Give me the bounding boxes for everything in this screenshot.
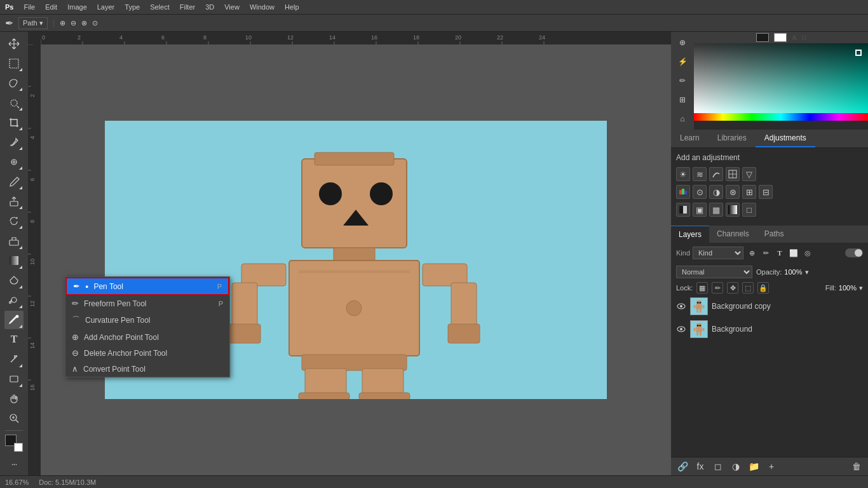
options-exclude-btn[interactable]: ⊙ <box>92 19 98 27</box>
lock-all-btn[interactable]: 🔒 <box>757 282 769 294</box>
hue-slider[interactable] <box>694 113 868 121</box>
lasso-tool[interactable] <box>4 74 24 92</box>
adj-curves[interactable] <box>709 167 723 181</box>
path-selection-tool[interactable] <box>4 350 24 369</box>
layer-link-btn[interactable]: 🔗 <box>676 460 689 473</box>
layer-add-style-btn[interactable]: fx <box>694 460 707 473</box>
menu-layer[interactable]: Layer <box>97 3 115 11</box>
dodge-tool[interactable] <box>4 291 24 309</box>
menu-ps[interactable]: Ps <box>5 3 13 11</box>
layer-eye-background-copy[interactable] <box>676 301 686 311</box>
pen-tool-item[interactable]: ✒ ● Pen Tool P <box>65 277 229 295</box>
menu-3d[interactable]: 3D <box>205 3 214 11</box>
adj-color-lookup[interactable]: ⊟ <box>759 185 773 199</box>
options-subtract-btn[interactable]: ⊖ <box>71 19 76 27</box>
brush-tool[interactable] <box>4 172 24 191</box>
adj-photo-filter[interactable]: ⊛ <box>726 185 740 199</box>
filter-adjustment-icon[interactable]: ✏ <box>760 247 771 259</box>
tab-learn[interactable]: Learn <box>671 130 709 147</box>
options-add-btn[interactable]: ⊕ <box>60 19 65 27</box>
move-tool[interactable] <box>4 34 24 53</box>
tab-paths[interactable]: Paths <box>757 226 792 243</box>
filter-type-icon[interactable]: T <box>774 247 785 259</box>
menu-filter[interactable]: Filter <box>180 3 195 11</box>
adj-color-balance[interactable]: ⊙ <box>693 185 707 199</box>
layer-new-btn[interactable]: + <box>765 460 778 473</box>
lock-transparency-btn[interactable]: ▦ <box>696 282 708 294</box>
spot-healing-tool[interactable] <box>4 152 24 171</box>
layer-eye-background[interactable] <box>676 324 686 334</box>
shape-tool[interactable] <box>4 370 24 388</box>
opacity-arrow[interactable]: ▾ <box>805 268 809 276</box>
filter-toggle[interactable] <box>845 248 863 257</box>
adj-threshold[interactable]: ▦ <box>709 203 723 217</box>
options-shape-btn[interactable]: Path ▾ <box>18 17 48 29</box>
freeform-pen-tool-item[interactable]: ✏ Freeform Pen Tool P <box>65 295 229 311</box>
adj-invert[interactable] <box>676 203 690 217</box>
menu-edit[interactable]: Edit <box>45 3 57 11</box>
curvature-pen-tool-item[interactable]: ⌒ Curvature Pen Tool <box>65 311 229 329</box>
pen-tool[interactable] <box>4 311 24 329</box>
eraser-tool[interactable] <box>4 231 24 250</box>
layer-adjustment-btn[interactable]: ◑ <box>729 460 742 473</box>
blur-tool[interactable] <box>4 271 24 290</box>
options-intersect-btn[interactable]: ⊗ <box>81 19 87 27</box>
layer-background-copy[interactable]: Background copy <box>671 295 868 318</box>
adj-selective-color[interactable]: □ <box>742 203 756 217</box>
zoom-level[interactable]: 16.67% <box>5 478 29 486</box>
adj-levels[interactable]: ≋ <box>693 167 707 181</box>
tab-libraries[interactable]: Libraries <box>709 130 756 147</box>
layer-mask-btn[interactable]: ◻ <box>712 460 724 473</box>
opacity-value[interactable]: 100% <box>784 268 802 276</box>
lock-image-btn[interactable]: ✏ <box>712 282 723 294</box>
layer-delete-btn[interactable]: 🗑 <box>850 460 863 473</box>
fg-swatch[interactable] <box>756 33 769 42</box>
kind-dropdown[interactable]: Kind <box>693 247 743 259</box>
background-color[interactable] <box>14 443 23 452</box>
fill-arrow[interactable]: ▾ <box>859 284 863 292</box>
zoom-tool[interactable] <box>4 409 24 428</box>
mini-icon-5[interactable]: ⌂ <box>674 111 691 127</box>
menu-window[interactable]: Window <box>250 3 275 11</box>
color-swatch-area[interactable] <box>5 435 23 452</box>
adj-black-white[interactable]: ◑ <box>709 185 723 199</box>
delete-anchor-point-tool-item[interactable]: ⊖ Delete Anchor Point Tool <box>65 345 229 361</box>
tab-adjustments[interactable]: Adjustments <box>756 130 815 147</box>
hand-tool[interactable] <box>4 390 24 408</box>
filter-pixel-icon[interactable]: ⊕ <box>746 247 757 259</box>
history-brush-tool[interactable] <box>4 212 24 230</box>
more-tools-btn[interactable]: ··· <box>4 454 24 473</box>
mini-icon-1[interactable]: ⊕ <box>674 34 691 51</box>
text-tool[interactable]: T <box>4 330 24 349</box>
adj-vibrance[interactable]: ▽ <box>742 167 756 181</box>
layer-group-btn[interactable]: 📁 <box>747 460 760 473</box>
menu-help[interactable]: Help <box>285 3 299 11</box>
adj-exposure[interactable] <box>726 167 740 181</box>
adj-gradient-map[interactable] <box>726 203 740 217</box>
clone-stamp-tool[interactable] <box>4 192 24 210</box>
blend-mode-dropdown[interactable]: Normal <box>676 266 752 278</box>
menu-select[interactable]: Select <box>150 3 170 11</box>
mini-icon-2[interactable]: ⚡ <box>674 53 691 70</box>
menu-file[interactable]: File <box>24 3 35 11</box>
canvas-viewport[interactable] <box>41 44 671 475</box>
layer-background[interactable]: Background <box>671 318 868 341</box>
mini-icon-4[interactable]: ⊞ <box>674 92 691 108</box>
add-anchor-point-tool-item[interactable]: ⊕ Add Anchor Point Tool <box>65 329 229 345</box>
tab-channels[interactable]: Channels <box>709 226 757 243</box>
menu-view[interactable]: View <box>224 3 240 11</box>
color-spectrum[interactable] <box>694 43 868 113</box>
lock-artboard-btn[interactable]: ⬚ <box>742 282 754 294</box>
tab-layers[interactable]: Layers <box>671 226 709 243</box>
adj-brightness[interactable]: ☀ <box>676 167 690 181</box>
filter-shape-icon[interactable]: ⬜ <box>788 247 799 259</box>
fill-value[interactable]: 100% <box>839 284 857 292</box>
bg-swatch[interactable] <box>774 33 787 42</box>
menu-type[interactable]: Type <box>125 3 140 11</box>
crop-tool[interactable] <box>4 113 24 132</box>
gradient-tool[interactable] <box>4 252 24 270</box>
adj-posterize[interactable]: ▣ <box>693 203 707 217</box>
filter-smart-icon[interactable]: ◎ <box>802 247 813 259</box>
quick-select-tool[interactable] <box>4 93 24 112</box>
eyedropper-tool[interactable] <box>4 133 24 151</box>
